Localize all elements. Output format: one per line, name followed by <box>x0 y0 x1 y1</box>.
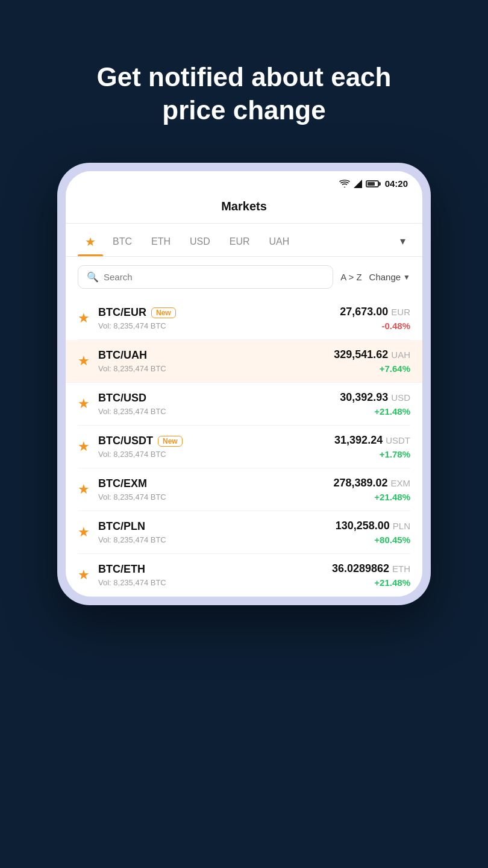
price-currency: PLN <box>393 521 410 531</box>
market-volume: Vol: 8,235,474 BTC <box>98 321 340 330</box>
market-info: BTC/EXM Vol: 8,235,474 BTC <box>98 477 333 502</box>
price-change: -0.48% <box>340 321 410 331</box>
price-value: 30,392.93 <box>340 391 388 404</box>
market-row[interactable]: ★ BTC/USDT New Vol: 8,235,474 BTC 31,392… <box>78 426 410 468</box>
market-price-block: 30,392.93 USD +21.48% <box>340 391 410 417</box>
status-time: 04:20 <box>385 178 408 189</box>
market-row[interactable]: ★ BTC/EUR New Vol: 8,235,474 BTC 27,673.… <box>78 297 410 340</box>
tab-usd[interactable]: USD <box>180 228 220 254</box>
star-button[interactable]: ★ <box>78 439 90 454</box>
market-price-row: 278,389.02 EXM <box>333 477 410 489</box>
market-price-block: 278,389.02 EXM +21.48% <box>333 477 410 502</box>
price-currency: USDT <box>386 435 410 445</box>
market-name-row: BTC/UAH <box>98 349 334 362</box>
market-info: BTC/UAH Vol: 8,235,474 BTC <box>98 349 334 373</box>
market-volume: Vol: 8,235,474 BTC <box>98 535 336 544</box>
star-button[interactable]: ★ <box>78 310 90 326</box>
market-price-block: 27,673.00 EUR -0.48% <box>340 306 410 331</box>
market-name: BTC/PLN <box>98 520 145 533</box>
market-volume: Vol: 8,235,474 BTC <box>98 492 333 502</box>
price-change: +21.48% <box>332 577 410 588</box>
price-currency: EXM <box>390 478 410 488</box>
search-input[interactable] <box>104 272 324 282</box>
price-currency: USD <box>391 392 410 403</box>
star-button[interactable]: ★ <box>78 482 90 497</box>
status-icons: 04:20 <box>339 178 408 189</box>
price-value: 329,541.62 <box>334 348 388 361</box>
market-name: BTC/USD <box>98 392 146 404</box>
page-headline: Get notified about each price change <box>75 60 413 127</box>
market-name: BTC/EXM <box>98 477 147 490</box>
market-name: BTC/UAH <box>98 349 147 362</box>
price-change: +7.64% <box>334 363 410 374</box>
price-value: 31,392.24 <box>334 434 383 447</box>
market-name: BTC/EUR <box>98 306 146 319</box>
market-row[interactable]: ★ BTC/EXM Vol: 8,235,474 BTC 278,389.02 … <box>78 468 410 511</box>
market-name-row: BTC/ETH <box>98 563 332 576</box>
phone-mockup: 04:20 Markets ★ BTC ETH USD EUR UAH ▾ 🔍 … <box>57 163 431 605</box>
battery-icon <box>366 180 379 187</box>
tab-eur[interactable]: EUR <box>220 228 260 254</box>
market-list: ★ BTC/EUR New Vol: 8,235,474 BTC 27,673.… <box>66 297 422 597</box>
market-price-row: 130,258.00 PLN <box>336 520 410 532</box>
market-price-block: 329,541.62 UAH +7.64% <box>334 348 410 374</box>
price-currency: ETH <box>392 564 410 574</box>
search-icon: 🔍 <box>87 271 99 283</box>
price-change: +21.48% <box>333 492 410 502</box>
star-button[interactable]: ★ <box>78 396 90 412</box>
market-volume: Vol: 8,235,474 BTC <box>98 578 332 587</box>
wifi-icon <box>339 180 350 188</box>
market-name-row: BTC/USD <box>98 392 340 404</box>
sort-change-arrow-icon: ▼ <box>403 273 410 281</box>
search-box[interactable]: 🔍 <box>78 265 333 289</box>
tab-btc[interactable]: BTC <box>103 228 142 254</box>
market-price-row: 36.0289862 ETH <box>332 562 410 575</box>
tab-uah[interactable]: UAH <box>260 228 299 254</box>
market-price-block: 31,392.24 USDT +1.78% <box>334 434 410 459</box>
tab-eth[interactable]: ETH <box>142 228 180 254</box>
star-button[interactable]: ★ <box>78 567 90 583</box>
price-value: 27,673.00 <box>340 306 388 318</box>
market-row[interactable]: ★ BTC/UAH Vol: 8,235,474 BTC 329,541.62 … <box>66 340 422 383</box>
tab-more-chevron[interactable]: ▾ <box>395 226 410 256</box>
market-name-row: BTC/USDT New <box>98 435 334 447</box>
sort-change-button[interactable]: Change ▼ <box>369 272 410 282</box>
market-price-block: 36.0289862 ETH +21.48% <box>332 562 410 588</box>
market-price-row: 31,392.24 USDT <box>334 434 410 447</box>
price-value: 36.0289862 <box>332 562 389 575</box>
phone-screen: 04:20 Markets ★ BTC ETH USD EUR UAH ▾ 🔍 … <box>66 171 422 597</box>
market-price-row: 30,392.93 USD <box>340 391 410 404</box>
market-name-row: BTC/EUR New <box>98 306 340 319</box>
market-name: BTC/USDT <box>98 435 153 447</box>
search-sort-row: 🔍 A > Z Change ▼ <box>66 257 422 297</box>
sort-change-label: Change <box>369 272 401 282</box>
market-name-row: BTC/EXM <box>98 477 333 490</box>
sort-az-button[interactable]: A > Z <box>340 272 361 282</box>
market-price-row: 329,541.62 UAH <box>334 348 410 361</box>
market-info: BTC/USDT New Vol: 8,235,474 BTC <box>98 435 334 459</box>
star-button[interactable]: ★ <box>78 524 90 540</box>
tab-star[interactable]: ★ <box>78 226 103 256</box>
market-info: BTC/USD Vol: 8,235,474 BTC <box>98 392 340 416</box>
market-price-row: 27,673.00 EUR <box>340 306 410 318</box>
price-change: +1.78% <box>334 449 410 459</box>
tabs-row: ★ BTC ETH USD EUR UAH ▾ <box>66 226 422 257</box>
market-volume: Vol: 8,235,474 BTC <box>98 450 334 459</box>
price-change: +80.45% <box>336 535 410 545</box>
status-bar: 04:20 <box>66 171 422 193</box>
star-button[interactable]: ★ <box>78 353 90 369</box>
market-volume: Vol: 8,235,474 BTC <box>98 364 334 373</box>
markets-header: Markets <box>66 193 422 224</box>
svg-marker-0 <box>354 180 362 188</box>
market-row[interactable]: ★ BTC/USD Vol: 8,235,474 BTC 30,392.93 U… <box>78 383 410 426</box>
signal-icon <box>354 180 362 188</box>
market-info: BTC/ETH Vol: 8,235,474 BTC <box>98 563 332 587</box>
market-price-block: 130,258.00 PLN +80.45% <box>336 520 410 545</box>
market-volume: Vol: 8,235,474 BTC <box>98 407 340 416</box>
price-change: +21.48% <box>340 406 410 417</box>
market-row[interactable]: ★ BTC/ETH Vol: 8,235,474 BTC 36.0289862 … <box>78 554 410 597</box>
price-currency: EUR <box>391 307 410 317</box>
market-row[interactable]: ★ BTC/PLN Vol: 8,235,474 BTC 130,258.00 … <box>78 511 410 554</box>
market-name-row: BTC/PLN <box>98 520 336 533</box>
market-info: BTC/PLN Vol: 8,235,474 BTC <box>98 520 336 544</box>
